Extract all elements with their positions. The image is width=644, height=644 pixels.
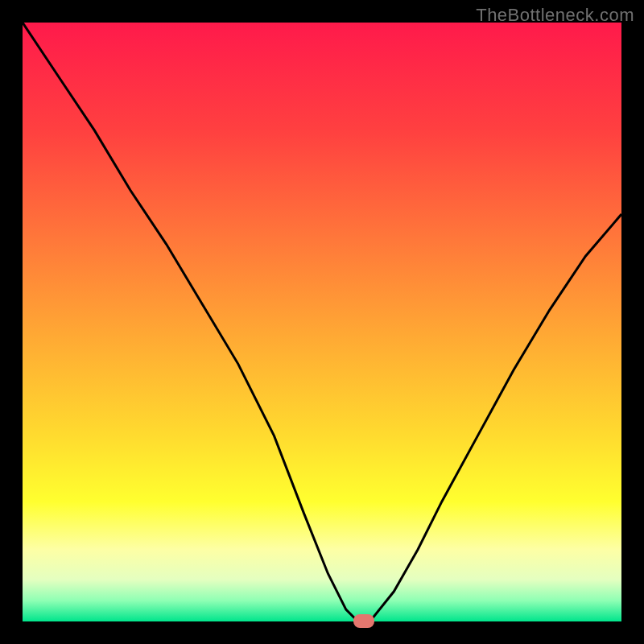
minimum-marker xyxy=(353,614,374,628)
chart-area xyxy=(23,23,621,621)
gradient-background xyxy=(23,23,621,621)
watermark-text: TheBottleneck.com xyxy=(476,5,634,26)
chart-svg xyxy=(23,23,621,621)
